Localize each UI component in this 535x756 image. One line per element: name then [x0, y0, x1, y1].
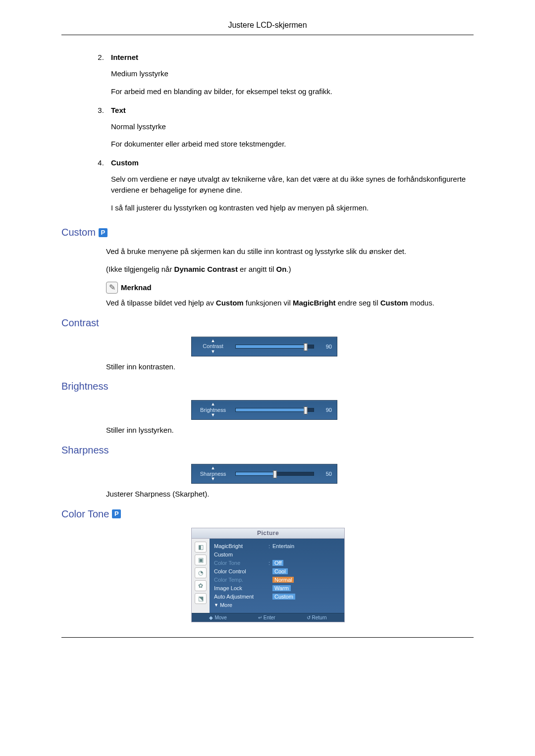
note-icon: ✎: [106, 282, 118, 294]
section-title-text: Color Tone: [61, 508, 109, 520]
custom-desc-2: (Ikke tilgjengelig når Dynamic Contrast …: [106, 264, 474, 275]
mode-desc: For dokumenter eller arbeid med store te…: [111, 139, 474, 150]
mode-desc: I så fall justerer du lysstyrken og kont…: [111, 202, 474, 213]
mode-item-text: Text Normal lysstyrke For dokumenter ell…: [106, 106, 474, 150]
mode-summary: Medium lysstyrke: [111, 68, 474, 79]
mode-list: Internet Medium lysstyrke For arbeid med…: [106, 53, 474, 213]
osd-hint-return: ↺ Return: [307, 615, 327, 620]
brightness-osd: ▲ Brightness ▼ 90: [191, 400, 337, 420]
section-brightness-heading: Brightness: [61, 381, 474, 392]
mode-title: Internet: [111, 53, 138, 61]
osd-menu-title: Picture: [192, 528, 344, 539]
mode-summary: Selv om verdiene er nøye utvalgt av tekn…: [111, 174, 474, 196]
input-tab-icon[interactable]: ▣: [195, 554, 207, 565]
osd-footer: ◆ Move ↵ Enter ↺ Return: [192, 613, 344, 622]
osd-label: ▲ Contrast ▼: [196, 339, 230, 354]
mode-title: Custom: [111, 158, 139, 167]
setup-tab-icon[interactable]: ◔: [195, 567, 207, 578]
page-header: Justere LCD-skjermen: [61, 21, 474, 35]
slider-handle[interactable]: [304, 406, 308, 414]
up-arrow-icon: ▲: [196, 466, 230, 471]
brightness-desc: Stiller inn lysstyrken.: [106, 425, 474, 436]
custom-note-text: Ved å tilpasse bildet ved hjelp av Custo…: [106, 298, 474, 308]
slider-track[interactable]: [235, 472, 314, 476]
settings-tab-icon[interactable]: ✿: [195, 580, 207, 591]
picture-tab-icon[interactable]: ◧: [195, 542, 207, 553]
osd-tab-column: ◧ ▣ ◔ ✿ ⬔: [192, 539, 210, 613]
down-arrow-icon: ▼: [196, 413, 230, 418]
menu-row-magicbright[interactable]: MagicBright: Entertain: [214, 542, 340, 550]
mode-item-custom: Custom Selv om verdiene er nøye utvalgt …: [106, 158, 474, 213]
mode-summary: Normal lysstyrke: [111, 121, 474, 132]
menu-row-colortemp: Color Temp. Normal: [214, 576, 340, 584]
section-sharpness-heading: Sharpness: [61, 445, 474, 456]
mode-item-internet: Internet Medium lysstyrke For arbeid med…: [106, 53, 474, 97]
down-arrow-icon: ▼: [196, 477, 230, 482]
menu-row-colortone[interactable]: Color Tone: Off: [214, 559, 340, 567]
down-arrow-icon: ▼: [196, 350, 230, 354]
footer-divider: [61, 637, 474, 638]
info-tab-icon[interactable]: ⬔: [195, 593, 207, 604]
osd-hint-enter: ↵ Enter: [258, 615, 275, 620]
mode-desc: For arbeid med en blanding av bilder, fo…: [111, 86, 474, 97]
slider-value: 90: [319, 407, 332, 413]
mode-title: Text: [111, 106, 126, 114]
menu-row-colorcontrol[interactable]: Color Control Cool: [214, 567, 340, 575]
slider-value: 90: [319, 344, 332, 350]
osd-label: ▲ Sharpness ▼: [196, 466, 230, 482]
section-colortone-heading: Color Tone P: [61, 508, 474, 520]
menu-row-autoadjustment[interactable]: Auto Adjustment Custom: [214, 593, 340, 601]
down-arrow-icon: ▼: [214, 603, 218, 607]
menu-row-custom[interactable]: Custom: [214, 551, 340, 558]
contrast-desc: Stiller inn kontrasten.: [106, 361, 474, 372]
slider-handle[interactable]: [304, 343, 308, 351]
slider-handle[interactable]: [273, 470, 276, 478]
section-custom-heading: Custom P: [61, 227, 474, 238]
menu-row-more[interactable]: ▼ More: [214, 601, 340, 609]
sharpness-osd: ▲ Sharpness ▼ 50: [191, 464, 337, 484]
note-label: Merknad: [121, 283, 152, 292]
sharpness-desc: Justerer Sharpness (Skarphet).: [106, 489, 474, 500]
osd-hint-move: ◆ Move: [209, 615, 226, 620]
up-arrow-icon: ▲: [196, 339, 230, 344]
section-title-text: Custom: [61, 227, 96, 238]
picture-osd-menu: Picture ◧ ▣ ◔ ✿ ⬔ MagicBright: Entertain…: [191, 528, 345, 622]
contrast-osd: ▲ Contrast ▼ 90: [191, 337, 337, 356]
section-contrast-heading: Contrast: [61, 317, 474, 329]
up-arrow-icon: ▲: [196, 402, 230, 407]
osd-label: ▲ Brightness ▼: [196, 402, 230, 418]
slider-track[interactable]: [235, 345, 314, 349]
slider-value: 50: [319, 471, 332, 477]
custom-desc-1: Ved å bruke menyene på skjermen kan du s…: [106, 246, 474, 257]
slider-track[interactable]: [235, 408, 314, 412]
menu-row-imagelock[interactable]: Image Lock Warm: [214, 584, 340, 592]
p-badge-icon: P: [99, 228, 107, 237]
p-badge-icon: P: [112, 509, 121, 518]
